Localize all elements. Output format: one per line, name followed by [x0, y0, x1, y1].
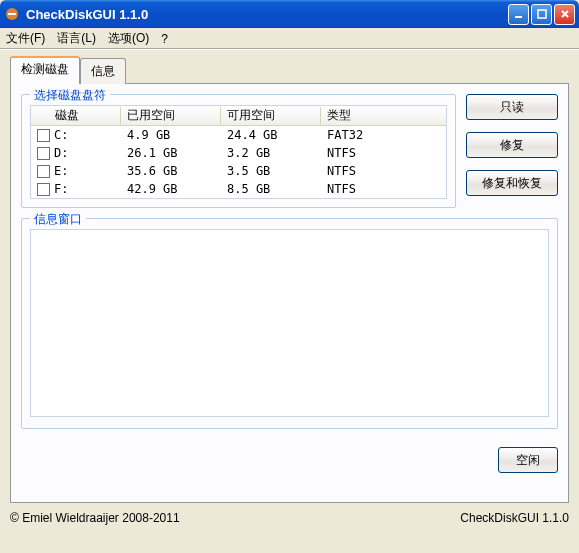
info-window-legend: 信息窗口: [30, 211, 86, 228]
cell-used: 35.6 GB: [121, 164, 221, 178]
info-textarea[interactable]: [30, 229, 549, 417]
disk-list: 磁盘 已用空间 可用空间 类型 C: 4.9 GB 24.4 GB FAT32: [30, 105, 447, 199]
checkbox-icon[interactable]: [37, 129, 50, 142]
tab-info-label: 信息: [91, 64, 115, 78]
cell-disk: D:: [54, 146, 68, 160]
checkbox-icon[interactable]: [37, 147, 50, 160]
window-titlebar: CheckDiskGUI 1.1.0: [0, 0, 579, 28]
col-header-disk[interactable]: 磁盘: [31, 107, 121, 124]
tab-strip: 检测磁盘 信息: [10, 56, 569, 84]
menu-options[interactable]: 选项(O): [108, 30, 149, 47]
cell-type: NTFS: [321, 182, 431, 196]
svg-rect-3: [538, 10, 546, 18]
menu-language[interactable]: 语言(L): [57, 30, 96, 47]
fix-recover-button[interactable]: 修复和恢复: [466, 170, 558, 196]
cell-free: 24.4 GB: [221, 128, 321, 142]
tab-detect-disk[interactable]: 检测磁盘: [10, 56, 80, 84]
cell-disk: F:: [54, 182, 68, 196]
checkbox-icon[interactable]: [37, 183, 50, 196]
cell-type: NTFS: [321, 164, 431, 178]
cell-type: FAT32: [321, 128, 431, 142]
disk-select-legend: 选择磁盘盘符: [30, 87, 110, 104]
table-row[interactable]: D: 26.1 GB 3.2 GB NTFS: [31, 144, 446, 162]
col-header-free[interactable]: 可用空间: [221, 107, 321, 124]
close-button[interactable]: [554, 4, 575, 25]
tab-detect-label: 检测磁盘: [21, 62, 69, 76]
cell-used: 42.9 GB: [121, 182, 221, 196]
table-row[interactable]: F: 42.9 GB 8.5 GB NTFS: [31, 180, 446, 198]
tab-panel-detect: 选择磁盘盘符 磁盘 已用空间 可用空间 类型 C: 4.9 GB 24.4 GB: [10, 83, 569, 503]
cell-free: 3.5 GB: [221, 164, 321, 178]
col-header-type[interactable]: 类型: [321, 107, 431, 124]
status-copyright: © Emiel Wieldraaijer 2008-2011: [10, 511, 460, 525]
client-area: 检测磁盘 信息 选择磁盘盘符 磁盘 已用空间 可用空间 类型: [0, 50, 579, 507]
cell-disk: C:: [54, 128, 68, 142]
status-version: CheckDiskGUI 1.1.0: [460, 511, 569, 525]
disk-list-header: 磁盘 已用空间 可用空间 类型: [31, 106, 446, 126]
readonly-button[interactable]: 只读: [466, 94, 558, 120]
statusbar: © Emiel Wieldraaijer 2008-2011 CheckDisk…: [0, 507, 579, 531]
fix-button[interactable]: 修复: [466, 132, 558, 158]
tab-info[interactable]: 信息: [80, 58, 126, 84]
cell-free: 3.2 GB: [221, 146, 321, 160]
disk-select-group: 选择磁盘盘符 磁盘 已用空间 可用空间 类型 C: 4.9 GB 24.4 GB: [21, 94, 456, 208]
menu-file[interactable]: 文件(F): [6, 30, 45, 47]
checkbox-icon[interactable]: [37, 165, 50, 178]
action-buttons: 只读 修复 修复和恢复: [466, 94, 558, 218]
cell-used: 4.9 GB: [121, 128, 221, 142]
cell-type: NTFS: [321, 146, 431, 160]
table-row[interactable]: E: 35.6 GB 3.5 GB NTFS: [31, 162, 446, 180]
window-controls: [508, 4, 575, 25]
disk-list-body: C: 4.9 GB 24.4 GB FAT32 D: 26.1 GB 3.2 G…: [31, 126, 446, 198]
svg-rect-2: [515, 16, 522, 18]
window-title: CheckDiskGUI 1.1.0: [26, 7, 508, 22]
cell-disk: E:: [54, 164, 68, 178]
table-row[interactable]: C: 4.9 GB 24.4 GB FAT32: [31, 126, 446, 144]
menubar: 文件(F) 语言(L) 选项(O) ?: [0, 28, 579, 50]
idle-button[interactable]: 空闲: [498, 447, 558, 473]
info-window-group: 信息窗口: [21, 218, 558, 429]
col-header-used[interactable]: 已用空间: [121, 107, 221, 124]
svg-rect-1: [8, 13, 16, 15]
app-icon: [4, 6, 20, 22]
bottom-bar: 空闲: [21, 439, 558, 473]
cell-used: 26.1 GB: [121, 146, 221, 160]
maximize-button[interactable]: [531, 4, 552, 25]
menu-help[interactable]: ?: [161, 32, 168, 46]
minimize-button[interactable]: [508, 4, 529, 25]
cell-free: 8.5 GB: [221, 182, 321, 196]
